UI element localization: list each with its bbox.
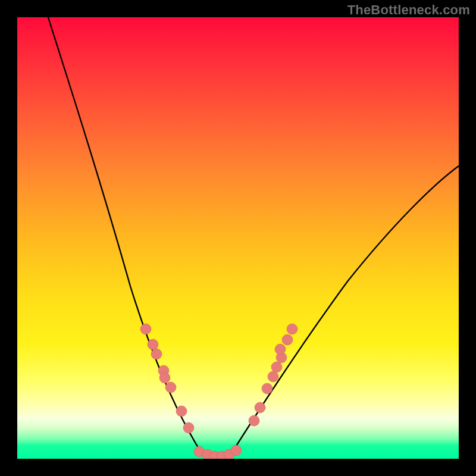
svg-point-5 (165, 382, 176, 393)
svg-point-16 (262, 383, 273, 394)
chart-svg (17, 17, 459, 459)
bottleneck-curve (48, 17, 459, 459)
svg-point-2 (151, 349, 162, 359)
svg-point-13 (231, 445, 242, 456)
svg-point-7 (183, 422, 194, 433)
svg-point-18 (271, 362, 282, 372)
svg-point-22 (287, 324, 298, 334)
svg-point-4 (159, 372, 170, 383)
svg-point-20 (275, 344, 286, 355)
watermark-text: TheBottleneck.com (347, 2, 470, 18)
svg-point-6 (176, 406, 187, 416)
curve-markers (140, 324, 298, 459)
svg-point-15 (255, 402, 265, 413)
svg-point-14 (249, 415, 259, 426)
svg-point-1 (148, 339, 158, 350)
svg-point-17 (268, 371, 278, 382)
outer-frame: TheBottleneck.com (0, 0, 476, 476)
svg-point-21 (282, 334, 293, 345)
svg-point-0 (140, 324, 151, 334)
